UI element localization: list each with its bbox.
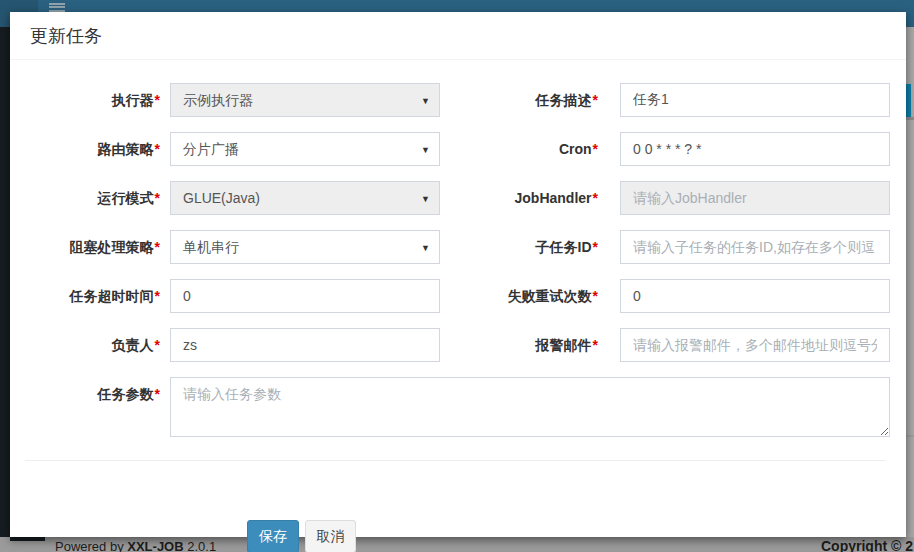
cron-input[interactable] [620,132,890,166]
route-strategy-label: 路由策略* [10,132,160,166]
glue-type-label: 运行模式* [10,181,160,215]
executor-label: 执行器* [10,83,160,117]
alarm-email-input[interactable] [620,328,890,362]
jobhandler-label: JobHandler* [448,181,598,215]
timeout-label: 任务超时时间* [10,279,160,313]
sidebar-toggle-button[interactable] [48,2,66,12]
save-button[interactable]: 保存 [247,520,299,552]
required-asterisk: * [593,92,598,108]
footer-version: 2.0.1 [184,539,217,552]
footer-brand: XXL-JOB [127,539,183,552]
glue-type-select[interactable]: GLUE(Java)▼ [170,181,440,215]
required-asterisk: * [593,239,598,255]
alarm-email-label: 报警邮件* [448,328,598,362]
block-strategy-label: 阻塞处理策略* [10,230,160,264]
required-asterisk: * [155,288,160,304]
required-asterisk: * [593,141,598,157]
sidebar-edge [0,27,10,541]
owner-label: 负责人* [10,328,160,362]
required-asterisk: * [593,337,598,353]
required-asterisk: * [155,386,160,402]
footer-powered-text: Powered by [55,539,127,552]
hamburger-icon [49,3,65,12]
sidebar-edge-bottom [10,537,45,541]
required-asterisk: * [155,92,160,108]
form-divider [25,460,886,461]
caret-down-icon: ▼ [421,84,430,117]
caret-down-icon: ▼ [421,133,430,166]
cron-label: Cron* [448,132,598,166]
job-desc-label: 任务描述* [448,83,598,117]
required-asterisk: * [593,288,598,304]
modal-title: 更新任务 [30,24,102,48]
modal-body: 执行器* 示例执行器▼ 任务描述* 路由策略* 分片广播▼ Cron* 运行模式… [10,61,906,537]
timeout-input[interactable] [170,279,440,313]
required-asterisk: * [155,239,160,255]
route-strategy-select[interactable]: 分片广播▼ [170,132,440,166]
block-strategy-select[interactable]: 单机串行▼ [170,230,440,264]
job-desc-input[interactable] [620,83,890,117]
fail-retry-label: 失败重试次数* [448,279,598,313]
required-asterisk: * [155,190,160,206]
job-params-label: 任务参数* [10,377,160,411]
owner-input[interactable] [170,328,440,362]
update-job-modal: 更新任务 执行器* 示例执行器▼ 任务描述* 路由策略* 分片广播▼ Cron*… [10,12,906,537]
child-jobid-label: 子任务ID* [448,230,598,264]
footer-powered-by: Powered by XXL-JOB 2.0.1 [55,539,216,552]
app-footer: Powered by XXL-JOB 2.0.1 Copyright © 2 [0,537,914,552]
dimmed-page-divider [906,435,914,437]
required-asterisk: * [593,190,598,206]
page-scrollbar[interactable] [906,27,914,552]
required-asterisk: * [155,337,160,353]
caret-down-icon: ▼ [421,182,430,215]
job-params-textarea[interactable] [170,377,890,437]
modal-header: 更新任务 [10,12,906,60]
footer-copyright: Copyright © 2 [821,538,913,552]
dimmed-page-divider [906,117,914,120]
child-jobid-input[interactable] [620,230,890,264]
cancel-button[interactable]: 取消 [305,520,356,552]
caret-down-icon: ▼ [421,231,430,264]
required-asterisk: * [155,141,160,157]
executor-select[interactable]: 示例执行器▼ [170,83,440,117]
jobhandler-input[interactable] [620,181,890,215]
fail-retry-input[interactable] [620,279,890,313]
dimmed-page-fragment [906,84,911,117]
